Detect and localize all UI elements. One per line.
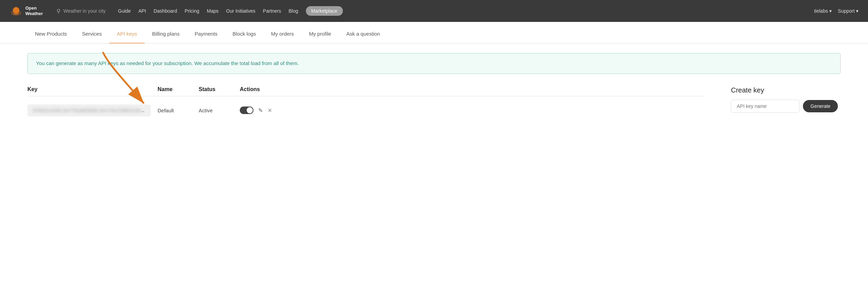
api-key-value: 4f8d2a1b9c3e7f6a0d5b8c2e1f4a7d9b3c6e0f [27, 104, 151, 116]
nav-link-pricing[interactable]: Pricing [185, 8, 199, 14]
tab-new-products[interactable]: New Products [27, 25, 74, 43]
tab-my-profile[interactable]: My profile [301, 25, 339, 43]
key-actions: ✎ ✕ [240, 107, 301, 114]
tab-my-orders[interactable]: My orders [263, 25, 301, 43]
create-key-form: Generate [731, 100, 841, 113]
tab-api-keys[interactable]: API keys [109, 25, 145, 43]
user-menu[interactable]: tielabs ▾ [814, 8, 832, 14]
support-menu[interactable]: Support ▾ [838, 8, 858, 14]
tab-services[interactable]: Services [74, 25, 109, 43]
toggle-knob [247, 107, 253, 113]
nav-link-guide[interactable]: Guide [118, 8, 131, 14]
col-header-status: Status [199, 86, 240, 92]
edit-icon[interactable]: ✎ [258, 107, 263, 114]
info-box: You can generate as many API keys as nee… [27, 53, 841, 74]
nav-link-marketplace[interactable]: Marketplace [306, 6, 343, 16]
search-placeholder: Weather in your city [63, 8, 106, 14]
nav-link-api[interactable]: API [138, 8, 146, 14]
key-status: Active [199, 108, 240, 113]
nav-link-partners[interactable]: Partners [263, 8, 281, 14]
nav-link-our-initiatives[interactable]: Our Initiatives [226, 8, 256, 14]
col-header-key: Key [27, 86, 158, 92]
tab-ask-question[interactable]: Ask a question [339, 25, 387, 43]
search-icon: ⚲ [57, 8, 61, 14]
create-key-section: Create key Generate [731, 86, 841, 113]
logo[interactable]: Open Weather [10, 4, 43, 17]
main-content: You can generate as many API keys as nee… [0, 43, 868, 133]
table-section: Key Name Status Actions 4f8d2a1b9c3e7f6a… [27, 86, 841, 119]
tab-billing-plans[interactable]: Billing plans [145, 25, 187, 43]
key-name: Default [158, 108, 199, 113]
keys-table: Key Name Status Actions 4f8d2a1b9c3e7f6a… [27, 86, 704, 119]
col-header-name: Name [158, 86, 199, 92]
search-area[interactable]: ⚲ Weather in your city [57, 8, 106, 14]
info-message: You can generate as many API keys as nee… [36, 60, 832, 67]
navbar: Open Weather ⚲ Weather in your city Guid… [0, 0, 868, 22]
table-row: 4f8d2a1b9c3e7f6a0d5b8c2e1f4a7d9b3c6e0f D… [27, 102, 704, 119]
tab-payments[interactable]: Payments [187, 25, 225, 43]
table-header: Key Name Status Actions [27, 86, 704, 96]
col-header-actions: Actions [240, 86, 301, 92]
nav-link-blog[interactable]: Blog [289, 8, 298, 14]
tab-block-logs[interactable]: Block logs [225, 25, 263, 43]
create-key-title: Create key [731, 86, 841, 94]
tabs-bar: New Products Services API keys Billing p… [0, 25, 868, 43]
delete-icon[interactable]: ✕ [268, 107, 272, 114]
generate-button[interactable]: Generate [803, 100, 838, 112]
toggle-active[interactable] [240, 107, 253, 114]
nav-links: Guide API Dashboard Pricing Maps Our Ini… [118, 6, 805, 16]
logo-text: Open Weather [25, 5, 43, 16]
api-key-name-input[interactable] [731, 100, 799, 113]
svg-rect-2 [13, 13, 18, 15]
nav-link-dashboard[interactable]: Dashboard [153, 8, 177, 14]
nav-link-maps[interactable]: Maps [207, 8, 219, 14]
logo-icon [10, 4, 23, 17]
nav-right: tielabs ▾ Support ▾ [814, 8, 858, 14]
svg-point-1 [13, 7, 20, 14]
